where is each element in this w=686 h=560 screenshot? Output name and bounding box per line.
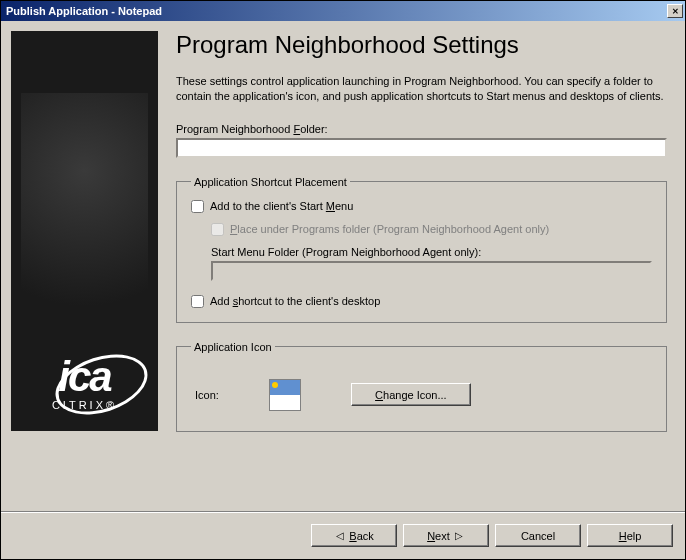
wizard-footer: ◁ Back Next ▷ Cancel Help	[1, 511, 685, 559]
app-icon-preview	[269, 379, 301, 411]
dialog-body: ica CITRIX® Program Neighborhood Setting…	[1, 21, 685, 511]
wizard-sidebar: ica CITRIX®	[11, 31, 158, 431]
place-under-programs-label: Place under Programs folder (Program Nei…	[230, 223, 549, 235]
window-title: Publish Application - Notepad	[3, 5, 162, 17]
add-start-menu-row: Add to the client's Start Menu	[191, 200, 652, 213]
add-start-menu-label: Add to the client's Start Menu	[210, 200, 353, 212]
back-button[interactable]: ◁ Back	[311, 524, 397, 547]
cancel-button[interactable]: Cancel	[495, 524, 581, 547]
page-title: Program Neighborhood Settings	[176, 31, 667, 59]
back-arrow-icon: ◁	[336, 530, 344, 541]
folder-input[interactable]	[176, 138, 667, 158]
change-icon-button[interactable]: Change Icon...	[351, 383, 471, 406]
add-desktop-row: Add shortcut to the client's desktop	[191, 295, 652, 308]
icon-label: Icon:	[195, 389, 219, 401]
titlebar: Publish Application - Notepad ✕	[1, 1, 685, 21]
content-area: Program Neighborhood Settings These sett…	[168, 31, 675, 501]
start-folder-input	[211, 261, 652, 281]
next-button[interactable]: Next ▷	[403, 524, 489, 547]
icon-section: Icon: Change Icon...	[191, 365, 652, 417]
add-start-menu-checkbox[interactable]	[191, 200, 204, 213]
close-button[interactable]: ✕	[667, 4, 683, 18]
help-button[interactable]: Help	[587, 524, 673, 547]
add-desktop-checkbox[interactable]	[191, 295, 204, 308]
folder-label: Program Neighborhood Folder:	[176, 123, 667, 135]
add-desktop-label: Add shortcut to the client's desktop	[210, 295, 380, 307]
brand-ica-text: ica	[52, 353, 117, 401]
shortcut-placement-group: Application Shortcut Placement Add to th…	[176, 176, 667, 323]
application-icon-legend: Application Icon	[191, 341, 275, 353]
sidebar-graphic	[21, 93, 148, 353]
wizard-window: Publish Application - Notepad ✕ ica CITR…	[0, 0, 686, 560]
place-under-programs-row: Place under Programs folder (Program Nei…	[211, 223, 652, 236]
application-icon-group: Application Icon Icon: Change Icon...	[176, 341, 667, 432]
next-arrow-icon: ▷	[455, 530, 463, 541]
start-folder-label: Start Menu Folder (Program Neighborhood …	[211, 246, 652, 258]
brand-logo: ica CITRIX®	[52, 353, 117, 411]
shortcut-placement-legend: Application Shortcut Placement	[191, 176, 350, 188]
start-menu-subgroup: Place under Programs folder (Program Nei…	[211, 223, 652, 281]
place-under-programs-checkbox	[211, 223, 224, 236]
page-description: These settings control application launc…	[176, 74, 667, 105]
